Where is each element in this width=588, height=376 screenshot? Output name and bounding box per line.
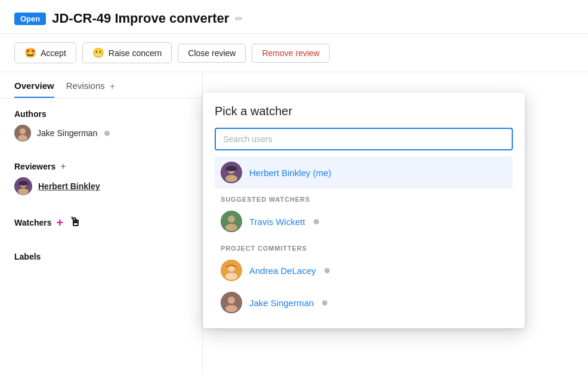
travis-wickett-row[interactable]: Travis Wickett <box>215 205 513 238</box>
andrea-status-dot <box>324 268 330 273</box>
svg-point-18 <box>228 297 235 304</box>
suggested-watchers-label: SUGGESTED WATCHERS <box>215 189 513 205</box>
page: Open JD-CR-49 Improve converter ✏ 🤩 Acce… <box>0 0 588 376</box>
jake-singerman-row[interactable]: Jake Singerman <box>215 286 513 319</box>
dropdown-overlay[interactable]: Pick a watcher Herbert Binkley (me) SUGG… <box>0 0 588 376</box>
search-users-input[interactable] <box>215 128 513 150</box>
avatar-andrea <box>221 260 242 281</box>
avatar-herbert-me <box>221 162 242 183</box>
travis-wickett-name: Travis Wickett <box>249 217 305 227</box>
andrea-delacey-name: Andrea DeLacey <box>249 266 316 276</box>
avatar-travis <box>221 211 242 232</box>
jake-status-dot <box>322 300 327 306</box>
jake-singerman-dropdown-name: Jake Singerman <box>249 298 314 308</box>
svg-point-16 <box>225 273 237 280</box>
me-user-row[interactable]: Herbert Binkley (me) <box>215 156 513 189</box>
avatar-jake-dropdown <box>221 292 242 313</box>
svg-point-19 <box>225 305 237 312</box>
project-committers-label: PROJECT COMMITTERS <box>215 238 513 254</box>
me-user-name: Herbert Binkley (me) <box>249 168 332 178</box>
dropdown-title: Pick a watcher <box>215 104 513 118</box>
pick-watcher-panel: Pick a watcher Herbert Binkley (me) SUGG… <box>203 93 525 328</box>
svg-point-9 <box>225 175 237 182</box>
travis-status-dot <box>314 219 319 224</box>
svg-point-12 <box>228 215 235 223</box>
andrea-delacey-row[interactable]: Andrea DeLacey <box>215 254 513 286</box>
svg-point-13 <box>225 224 237 231</box>
